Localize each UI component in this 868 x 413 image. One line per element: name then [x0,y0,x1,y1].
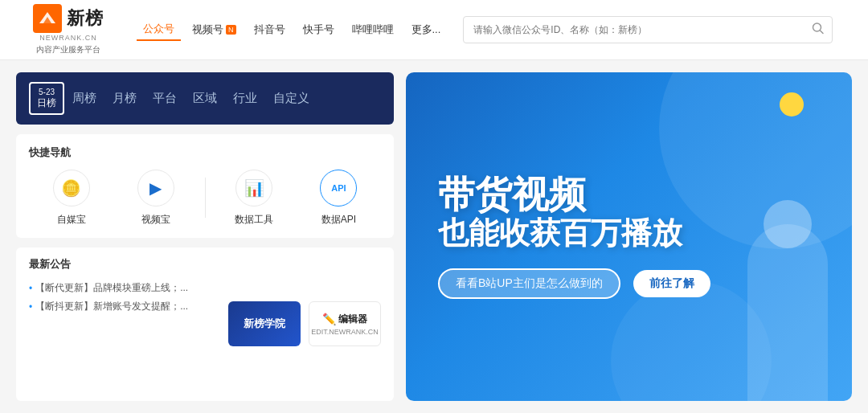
logo-text: 新榜 [67,6,104,31]
date-badge: 5-23 日榜 [29,82,64,115]
nav-item-yuebang[interactable]: 月榜 [113,88,137,109]
pencil-icon: ✏️ [322,313,336,325]
search-area [463,16,833,43]
nav-item-quyu[interactable]: 区域 [193,88,217,109]
divider [205,178,206,218]
header: 新榜 NEWRANK.CN 内容产业服务平台 公众号 视频号 N 抖音号 快手号… [0,0,868,60]
notice-right: 新榜学院 ✏️ 编辑器 EDIT.NEWRANK.CN [228,257,381,391]
banner-line1: 带货视频 [438,174,586,215]
logo-icon[interactable] [33,4,62,33]
date-nav: 5-23 日榜 周榜 月榜 平台 区域 行业 自定义 [16,72,394,125]
api-icon: API [320,170,357,206]
search-input[interactable] [463,16,833,43]
logo-top: 新榜 [33,4,104,33]
date-nav-items: 周榜 月榜 平台 区域 行业 自定义 [72,88,309,109]
left-panel: 5-23 日榜 周榜 月榜 平台 区域 行业 自定义 快捷导航 🪙 自媒宝 [16,72,394,401]
promo-xinbang[interactable]: 新榜学院 [228,301,301,346]
banner-cta-link[interactable]: 前往了解 [633,270,710,297]
nav-tab-bilibili[interactable]: 哔哩哔哩 [346,19,400,40]
banner-line2: 也能收获百万播放 [438,215,682,252]
chart-icon: 📊 [235,170,272,206]
quick-nav-items: 🪙 自媒宝 ▶ 视频宝 📊 数据工具 API 数据API [29,170,381,227]
notice-item-1[interactable]: • 【断代更新】品牌模块重磅上线；... [29,281,215,295]
notice-title: 最新公告 [29,257,215,272]
notice-area: 最新公告 • 【断代更新】品牌模块重磅上线；... • 【断抖更新】新增账号发文… [16,247,394,401]
play-icon: ▶ [137,170,174,206]
right-banner: 带货视频 也能收获百万播放 看看B站UP主们是怎么做到的 前往了解 [406,72,852,401]
nav-tab-kuaishuhao[interactable]: 快手号 [297,19,341,40]
notice-items: • 【断代更新】品牌模块重磅上线；... • 【断抖更新】新增账号发文提醒；..… [29,281,215,313]
logo-area: 新榜 NEWRANK.CN 内容产业服务平台 [16,4,121,55]
nav-item-hangye[interactable]: 行业 [233,88,257,109]
nav-tab-shipinhao[interactable]: 视频号 N [186,19,243,40]
coin-icon: 🪙 [53,170,90,206]
notice-left: 最新公告 • 【断代更新】品牌模块重磅上线；... • 【断抖更新】新增账号发文… [29,257,215,391]
notice-item-2[interactable]: • 【断抖更新】新增账号发文提醒；... [29,300,215,313]
main-content: 5-23 日榜 周榜 月榜 平台 区域 行业 自定义 快捷导航 🪙 自媒宝 [0,60,868,413]
nav-tab-more[interactable]: 更多... [405,19,448,40]
nav-item-pingtai[interactable]: 平台 [153,88,177,109]
banner-cta-text: 看看B站UP主们是怎么做到的 [438,268,620,299]
logo-tagline: 内容产业服务平台 [36,44,100,55]
banner-cta-row: 看看B站UP主们是怎么做到的 前往了解 [438,268,710,299]
quick-nav: 快捷导航 🪙 自媒宝 ▶ 视频宝 📊 数据工具 API 数据API [16,134,394,238]
nav-tab-douyinhao[interactable]: 抖音号 [248,19,292,40]
nav-tab-gongzhonghao[interactable]: 公众号 [137,18,181,41]
quick-nav-item-shujugongju[interactable]: 📊 数据工具 [212,170,297,227]
quick-nav-item-shujuapi[interactable]: API 数据API [297,170,381,227]
search-button[interactable] [812,22,825,38]
badge-n: N [226,25,236,35]
nav-item-zidingyi[interactable]: 自定义 [273,88,309,109]
logo-subtitle: NEWRANK.CN [39,34,97,42]
promo-editor[interactable]: ✏️ 编辑器 EDIT.NEWRANK.CN [309,301,381,346]
quick-nav-item-shipinbao[interactable]: ▶ 视频宝 [113,170,198,227]
svg-line-1 [821,31,824,34]
quick-nav-title: 快捷导航 [29,145,381,160]
banner-content: 带货视频 也能收获百万播放 看看B站UP主们是怎么做到的 前往了解 [406,150,852,322]
nav-tabs: 公众号 视频号 N 抖音号 快手号 哔哩哔哩 更多... [137,18,447,41]
yellow-ball-decoration [780,92,804,117]
nav-item-zhoubang[interactable]: 周榜 [72,88,96,109]
quick-nav-item-zimeibao[interactable]: 🪙 自媒宝 [29,170,113,227]
